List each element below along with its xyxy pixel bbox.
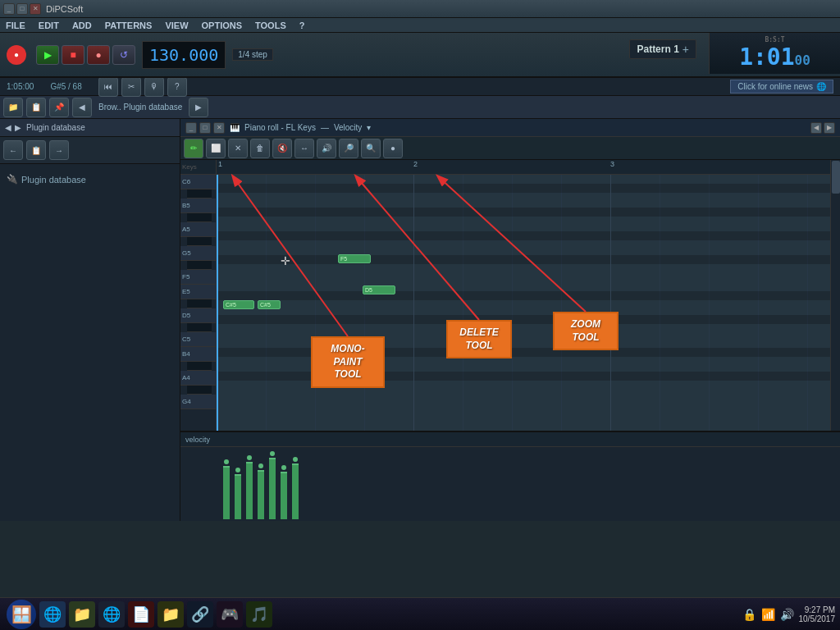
record-button[interactable]: ● [87,45,110,65]
piano-key-ds5 [187,299,212,308]
piano-key-c5[interactable]: C5 [180,332,216,347]
pr-close[interactable]: ✕ [213,122,225,134]
piano-key-e5[interactable]: E5 [180,285,216,299]
taskbar: 🪟 🌐 📁 🌐 📄 📁 🔗 🎮 🎵 🔒 📶 🔊 9:27 PM 10/5/201… [0,597,840,630]
delete-note-tool[interactable]: 🗑 [250,139,270,158]
record-time: 1:05:00 [7,82,34,91]
menu-add[interactable]: ADD [70,21,94,30]
menu-view[interactable]: VIEW [162,21,190,30]
piano-key-as5 [187,213,212,222]
taskbar-ie[interactable]: 🌐 [39,601,66,628]
pr-minimize[interactable]: _ [185,122,197,134]
grid-area[interactable]: 1 2 3 [217,160,830,431]
bpm-display[interactable]: 130.000 [142,41,226,69]
piano-key-cs5 [187,323,212,332]
piano-key-b4[interactable]: B4 [180,347,216,362]
panel-btn-left[interactable]: ← [3,140,23,160]
menu-file[interactable]: FILE [3,21,28,30]
stop-button[interactable]: ■ [62,45,84,65]
tool-scissors[interactable]: ✂ [121,77,141,97]
snap-tool[interactable]: 🔊 [317,139,336,158]
maximize-button[interactable]: □ [16,3,28,15]
window-controls[interactable]: _ □ ✕ [3,3,41,15]
close-button[interactable]: ✕ [30,3,41,15]
slip-tool[interactable]: ↔ [294,139,314,158]
deselect-tool[interactable]: ✕ [228,139,248,158]
playhead [217,175,218,431]
draw-tool[interactable]: ✏ [184,139,203,158]
title-bar: _ □ ✕ DiPCSoft [0,0,840,18]
velocity-bars-container [180,447,840,521]
tool-help[interactable]: ? [167,77,187,97]
vertical-scrollbar[interactable] [830,160,840,431]
velocity-dropdown[interactable]: ▾ [367,123,371,132]
beat-marker-1: 1 [218,160,222,168]
record-tool[interactable]: ● [383,139,403,158]
pr-maximize[interactable]: □ [199,122,211,134]
taskbar-pdf[interactable]: 📄 [128,601,154,628]
select-tool[interactable]: ⬜ [206,139,226,158]
mute-tool[interactable]: 🔇 [272,139,292,158]
app-title: DiPCSoft [46,4,83,14]
taskbar-fl[interactable]: 🎵 [246,601,272,628]
panel-btn-right[interactable]: → [49,140,69,160]
nav-right[interactable]: ▶ [189,98,208,117]
zoom-in-tool[interactable]: 🔎 [339,139,358,158]
midi-note-cs5-1: C#5 [223,300,254,309]
panel-nav-left[interactable]: ◀ [5,123,11,132]
piano-key-a4[interactable]: A4 [180,371,216,386]
taskbar-folder[interactable]: 📁 [158,601,184,628]
piano-key-f5[interactable]: F5 [180,270,216,285]
panel-nav-right[interactable]: ▶ [15,123,21,132]
beat-marker-2: 2 [413,160,418,168]
key-ruler: Keys [180,160,216,175]
loop-button[interactable]: ↺ [112,45,135,65]
time-display: B:S:T 1:0100 [709,33,840,74]
piano-key-a5[interactable]: A5 [180,222,216,237]
delete-tool-annotation: DELETETOOL [446,320,512,358]
menu-edit[interactable]: EDIT [36,21,62,30]
menu-patterns[interactable]: PATTERNS [103,21,155,30]
pr-nav-prev[interactable]: ◀ [810,122,822,134]
menu-bar: FILE EDIT ADD PATTERNS VIEW OPTIONS TOOL… [0,18,840,33]
tool-mic[interactable]: 🎙 [144,77,164,97]
menu-options[interactable]: OPTIONS [199,21,245,30]
taskbar-explorer[interactable]: 📁 [69,601,95,628]
piano-key-g4[interactable]: G4 [180,395,216,409]
step-display[interactable]: 1/4 step [232,48,273,61]
piano-key-g5[interactable]: G5 [180,246,216,261]
tool-rewind[interactable]: ⏮ [98,77,118,97]
panel-btn-copy[interactable]: 📋 [26,140,46,160]
taskbar-game[interactable]: 🎮 [217,601,243,628]
copy-icon[interactable]: 📋 [26,98,46,117]
piano-roll-content-area: Keys C6 B5 A5 G5 F5 E5 D5 C5 B4 A4 [180,160,840,431]
scrollbar-thumb[interactable] [832,161,840,194]
browser-icon[interactable]: 📁 [3,98,23,117]
panel-title: Plugin database [26,123,85,132]
piano-key-b5[interactable]: B5 [180,199,216,213]
taskbar-chrome[interactable]: 🌐 [98,601,125,628]
start-button[interactable]: 🪟 [7,600,36,629]
menu-help[interactable]: ? [297,21,308,30]
plugin-db-item[interactable]: 🔌 Plugin database [7,171,173,188]
piano-key-c6[interactable]: C6 [180,175,216,189]
online-news-button[interactable]: Click for online news 🌐 [730,80,833,94]
nav-left[interactable]: ◀ [72,98,92,117]
vel-bar-5 [269,458,276,519]
pr-nav-next[interactable]: ▶ [824,122,835,134]
clock-time: 9:27 PM [799,605,836,614]
pattern-add[interactable]: + [682,43,689,56]
beat-line-1 [413,175,414,431]
mono-paint-annotation: MONO-PAINTTOOL [311,336,385,388]
online-news-label: Click for online news [737,82,813,91]
main-toolbar: 📁 📋 📌 ◀ Brow.. Plugin database ▶ [0,96,840,119]
paste-icon[interactable]: 📌 [49,98,69,117]
minimize-button[interactable]: _ [3,3,15,15]
beat-line-2 [610,175,611,431]
menu-tools[interactable]: TOOLS [253,21,289,30]
taskbar-torrent[interactable]: 🔗 [187,601,213,628]
zoom-out-tool[interactable]: 🔍 [361,139,381,158]
play-button[interactable]: ▶ [36,45,59,65]
online-news-icon: 🌐 [816,82,826,91]
piano-key-d5[interactable]: D5 [180,308,216,323]
